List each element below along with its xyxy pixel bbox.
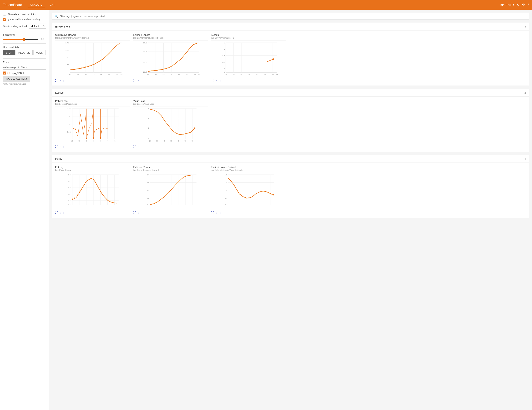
expand-icon[interactable]: ⛶ [55, 211, 58, 215]
data-icon[interactable]: ≡ [138, 145, 139, 149]
chart-policy-loss: Policy Loss tag: Losses/Policy Loss [55, 100, 130, 149]
chart-lesson: Lesson tag: Environment/Lesson [211, 34, 286, 83]
data-icon[interactable]: ≡ [60, 145, 61, 149]
smoothing-row: 0.6 [3, 38, 46, 40]
data-icon[interactable]: ≡ [216, 79, 217, 83]
svg-text:4k: 4k [93, 74, 95, 76]
divider-2 [3, 43, 46, 44]
losses-count: 2 [524, 91, 526, 94]
show-downloads-label[interactable]: Show data download links [3, 13, 46, 16]
ignore-outliers-checkbox[interactable] [3, 18, 6, 21]
fit-icon[interactable]: ⊞ [141, 79, 143, 83]
run-checkbox[interactable] [3, 72, 6, 75]
svg-text:0: 0 [148, 138, 149, 140]
svg-text:0.102: 0.102 [67, 123, 71, 125]
svg-text:2: 2 [148, 127, 149, 129]
expand-icon[interactable]: ⛶ [133, 79, 136, 83]
data-icon[interactable]: ≡ [60, 211, 61, 215]
fit-icon[interactable]: ⊞ [63, 145, 65, 149]
svg-text:2k: 2k [155, 74, 157, 76]
chevron-down-icon[interactable]: ▼ [512, 4, 515, 6]
settings-icon[interactable]: ⚙ [522, 3, 525, 7]
svg-text:6k: 6k [100, 140, 102, 142]
svg-text:4k: 4k [170, 74, 172, 76]
search-bar: 🔍 [52, 13, 529, 20]
nav-text[interactable]: TEXT [46, 3, 57, 7]
svg-text:23.5: 23.5 [143, 61, 147, 63]
svg-text:7k: 7k [106, 140, 108, 142]
fit-icon[interactable]: ⊞ [63, 79, 65, 83]
refresh-icon[interactable]: ↻ [517, 3, 520, 7]
show-downloads-checkbox[interactable] [3, 13, 6, 16]
chart-title-entropy: Entropy [55, 166, 130, 169]
toggle-all-runs-button[interactable]: TOGGLE ALL RUNS [3, 76, 30, 82]
chart-tag-lesson: tag: Environment/Lesson [211, 37, 286, 39]
chart-controls-lesson: ⛶ ≡ ⊞ [211, 79, 286, 83]
fit-icon[interactable]: ⊞ [219, 79, 221, 83]
tag-filter-input[interactable] [60, 15, 527, 18]
svg-text:0.7: 0.7 [225, 204, 227, 206]
chart-value-loss: Value Loss tag: Losses/Value Loss [133, 100, 208, 149]
chart-cumulative-reward: Cumulative Reward tag: Environment/Cumul… [55, 34, 130, 83]
svg-text:6k: 6k [178, 140, 179, 142]
app-logo: TensorBoard [3, 3, 22, 7]
svg-text:7k: 7k [116, 74, 118, 76]
svg-text:5k: 5k [170, 140, 172, 142]
svg-text:1.45: 1.45 [65, 42, 69, 44]
fit-icon[interactable]: ⊞ [63, 211, 65, 215]
svg-text:1.42: 1.42 [68, 187, 71, 189]
svg-text:1.15: 1.15 [65, 64, 69, 66]
svg-text:-0.2: -0.2 [221, 61, 225, 63]
expand-icon[interactable]: ⛶ [133, 145, 136, 149]
svg-text:24.5: 24.5 [143, 50, 147, 53]
horizontal-axis-title: Horizontal Axis [3, 46, 46, 49]
fit-icon[interactable]: ⊞ [141, 145, 143, 149]
main-content: 🔍 Environment 3 Cumulative Reward tag: E… [49, 10, 532, 410]
chart-title-cumulative: Cumulative Reward [55, 34, 130, 36]
axis-relative-button[interactable]: RELATIVE [16, 50, 33, 55]
svg-text:1: 1 [224, 42, 225, 44]
svg-text:0.6: 0.6 [222, 48, 225, 50]
fit-icon[interactable]: ⊞ [219, 211, 221, 215]
chart-title-policy-loss: Policy Loss [55, 100, 130, 102]
axis-wall-button[interactable]: WALL [33, 50, 45, 55]
run-color-dot [8, 72, 10, 74]
chart-tag-extrinsic-value: tag: Policy/Extrinsic Value Estimate [211, 169, 286, 171]
svg-text:4k: 4k [248, 74, 250, 76]
help-icon[interactable]: ? [527, 3, 529, 7]
svg-text:2k: 2k [71, 140, 73, 142]
search-icon: 🔍 [55, 14, 58, 18]
policy-section: Policy 4 Entropy tag: Policy/Entropy [52, 155, 529, 218]
tooltip-sort-select[interactable]: default [29, 24, 46, 29]
chart-episode-length: Episode Length tag: Environment/Episode … [133, 34, 208, 83]
losses-header: Losses 2 [52, 89, 529, 97]
chart-svg-lesson: 1 0.6 0.2 -0.2 -0.6 -1 1k 2k 3k 4k 5k 6k [211, 40, 286, 78]
fit-icon[interactable]: ⊞ [141, 211, 143, 215]
axis-step-button[interactable]: STEP [3, 50, 15, 55]
ignore-outliers-label[interactable]: Ignore outliers in chart scaling [3, 18, 46, 21]
expand-icon[interactable]: ⛶ [211, 79, 214, 83]
data-icon[interactable]: ≡ [60, 79, 61, 83]
data-icon[interactable]: ≡ [138, 79, 139, 83]
policy-count: 4 [524, 157, 526, 160]
data-icon[interactable]: ≡ [216, 211, 217, 215]
svg-text:1.25: 1.25 [65, 56, 69, 58]
chart-controls-value-loss: ⛶ ≡ ⊞ [133, 145, 208, 149]
chart-svg-episode: 25.5 24.5 23.5 22.5 1k 2k 3k 4k 5k 6k 7k… [133, 40, 208, 78]
svg-text:1.42: 1.42 [68, 204, 71, 206]
data-icon[interactable]: ≡ [138, 211, 139, 215]
losses-charts: Policy Loss tag: Losses/Policy Loss [52, 97, 529, 152]
sidebar: Show data download links Ignore outliers… [0, 10, 49, 410]
svg-text:-0.6: -0.6 [221, 67, 225, 69]
runs-filter-input[interactable] [3, 65, 46, 70]
svg-text:3k: 3k [78, 140, 80, 142]
expand-icon[interactable]: ⛶ [55, 145, 58, 149]
nav-scalars[interactable]: SCALARS [28, 3, 45, 7]
svg-text:0.9: 0.9 [225, 197, 227, 199]
smoothing-slider[interactable] [3, 39, 38, 40]
expand-icon[interactable]: ⛶ [133, 211, 136, 215]
expand-icon[interactable]: ⛶ [55, 79, 58, 83]
svg-text:5k: 5k [256, 74, 258, 76]
policy-title: Policy [55, 157, 62, 160]
expand-icon[interactable]: ⛶ [211, 211, 214, 215]
